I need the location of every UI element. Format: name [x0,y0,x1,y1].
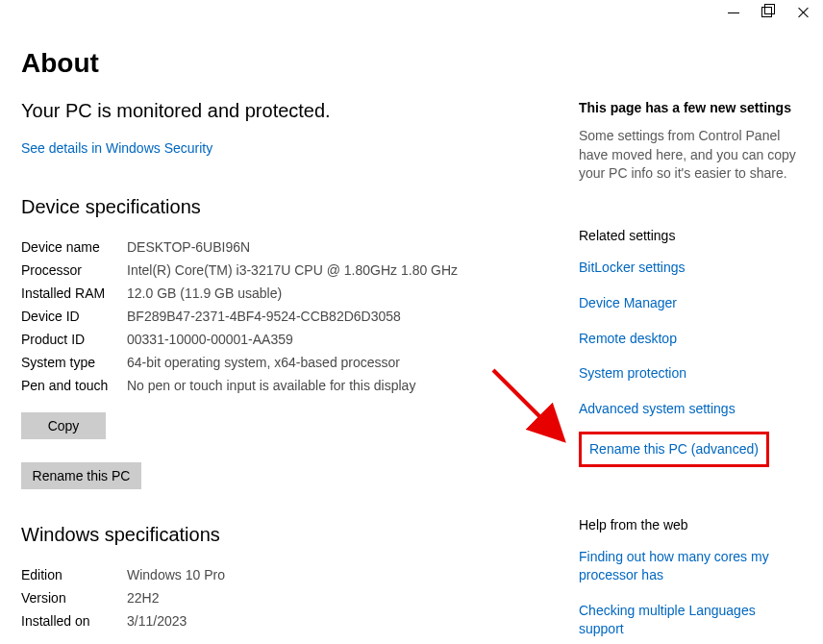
spec-label: Installed on [21,609,127,632]
link-advanced-system-settings[interactable]: Advanced system settings [579,400,802,418]
device-spec-table: Device nameDESKTOP-6UBI96N ProcessorInte… [21,235,458,397]
table-row: Installed on3/11/2023 [21,609,225,632]
spec-value: 3/11/2023 [127,609,225,632]
table-row: Version22H2 [21,586,225,609]
rename-pc-button[interactable]: Rename this PC [21,462,141,489]
spec-value: DESKTOP-6UBI96N [127,235,458,259]
help-heading: Help from the web [579,517,802,533]
spec-label: Device ID [21,305,127,328]
spec-value: No pen or touch input is available for t… [127,374,458,397]
link-device-manager[interactable]: Device Manager [579,294,802,312]
windows-spec-table: EditionWindows 10 Pro Version22H2 Instal… [21,563,225,632]
spec-value: 00331-10000-00001-AA359 [127,328,458,351]
spec-label: Product ID [21,328,127,351]
link-bitlocker[interactable]: BitLocker settings [579,259,802,277]
maximize-icon[interactable] [761,6,775,19]
link-system-protection[interactable]: System protection [579,364,802,383]
table-row: ProcessorIntel(R) Core(TM) i3-3217U CPU … [21,259,458,282]
highlighted-annotation: Rename this PC (advanced) [579,432,769,467]
minimize-icon[interactable] [727,6,740,19]
spec-value: Windows 10 Pro [127,563,225,586]
table-row: Product ID00331-10000-00001-AA359 [21,328,458,351]
new-settings-description: Some settings from Control Panel have mo… [579,127,802,184]
security-link[interactable]: See details in Windows Security [21,140,212,156]
link-help-languages[interactable]: Checking multiple Languages support [579,602,802,638]
spec-label: System type [21,351,127,374]
related-settings-heading: Related settings [579,228,802,243]
protection-status: Your PC is monitored and protected. [21,100,540,122]
spec-value: 64-bit operating system, x64-based proce… [127,351,458,374]
link-help-cores[interactable]: Finding out how many cores my processor … [579,548,802,584]
spec-value: 22H2 [127,586,225,609]
table-row: Device nameDESKTOP-6UBI96N [21,235,458,259]
windows-spec-title: Windows specifications [21,524,540,546]
close-icon[interactable] [796,6,810,19]
spec-label: Installed RAM [21,282,127,305]
table-row: Device IDBF289B47-2371-4BF4-9524-CCB82D6… [21,305,458,328]
spec-value: BF289B47-2371-4BF4-9524-CCB82D6D3058 [127,305,458,328]
link-remote-desktop[interactable]: Remote desktop [579,330,802,348]
table-row: Pen and touchNo pen or touch input is av… [21,374,458,397]
table-row: EditionWindows 10 Pro [21,563,225,586]
table-row: System type64-bit operating system, x64-… [21,351,458,374]
copy-button[interactable]: Copy [21,412,106,439]
new-settings-heading: This page has a few new settings [579,100,802,115]
link-rename-pc-advanced[interactable]: Rename this PC (advanced) [589,440,759,458]
spec-label: Device name [21,235,127,259]
table-row: Installed RAM12.0 GB (11.9 GB usable) [21,282,458,305]
spec-value: Intel(R) Core(TM) i3-3217U CPU @ 1.80GHz… [127,259,458,282]
window-controls [713,0,823,25]
spec-label: Pen and touch [21,374,127,397]
spec-label: Version [21,586,127,609]
spec-label: Processor [21,259,127,282]
spec-label: Edition [21,563,127,586]
spec-value: 12.0 GB (11.9 GB usable) [127,282,458,305]
device-spec-title: Device specifications [21,196,540,218]
page-title: About [21,48,540,79]
